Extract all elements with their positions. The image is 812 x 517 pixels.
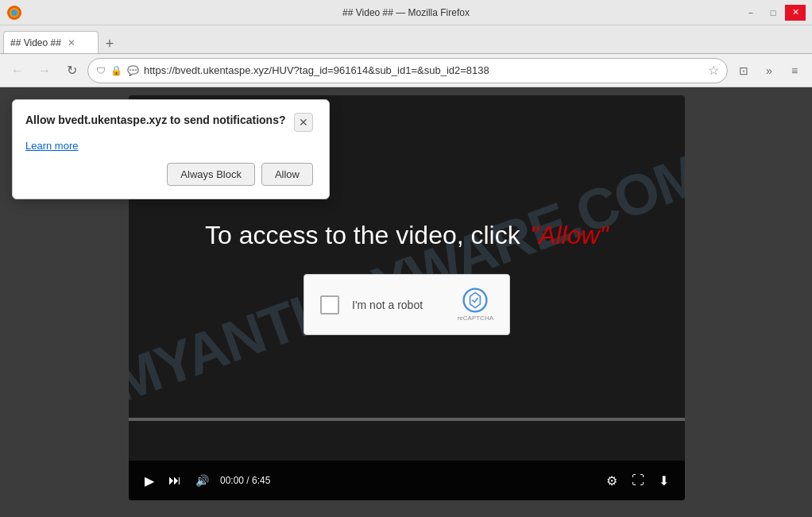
maximize-button[interactable]: □	[763, 5, 783, 21]
tab-title: ## Video ##	[10, 37, 61, 48]
skip-icon: ⏭	[168, 473, 181, 488]
content-area: MYANTISPYWARE.COM ↖ To access to the vid…	[0, 87, 812, 517]
popup-header: Allow bvedt.ukentaspe.xyz to send notifi…	[25, 113, 313, 132]
video-main-text: To access to the video, click	[205, 221, 520, 250]
popup-title: Allow bvedt.ukentaspe.xyz to send notifi…	[25, 113, 286, 129]
back-button[interactable]: ←	[6, 60, 29, 82]
chat-icon: 💬	[127, 65, 139, 76]
popup-buttons: Always Block Allow	[25, 163, 313, 186]
svg-point-2	[11, 10, 17, 16]
window-controls: − □ ✕	[740, 5, 806, 21]
allow-button[interactable]: Allow	[261, 163, 313, 186]
extensions-button[interactable]: »	[758, 60, 780, 82]
captcha-box: I'm not a robot reCAPTCHA	[304, 274, 510, 335]
hamburger-icon: ≡	[791, 64, 798, 77]
reload-button[interactable]: ↻	[60, 60, 83, 82]
pocket-button[interactable]: ⊡	[733, 60, 755, 82]
download-button[interactable]: ⬇	[655, 470, 672, 492]
right-controls: ⚙ ⛶ ⬇	[603, 470, 672, 492]
skip-button[interactable]: ⏭	[165, 470, 184, 491]
play-button[interactable]: ▶	[141, 470, 157, 492]
captcha-label: I'm not a robot	[352, 299, 445, 311]
minimize-button[interactable]: −	[740, 5, 761, 21]
title-bar-left	[6, 5, 22, 21]
settings-icon: ⚙	[606, 473, 617, 488]
close-button[interactable]: ✕	[785, 5, 806, 21]
video-allow-text: "Allow"	[530, 221, 609, 250]
url-input[interactable]	[144, 64, 703, 76]
volume-button[interactable]: 🔊	[192, 471, 212, 490]
address-bar-container[interactable]: 🛡 🔒 💬 ☆	[87, 58, 728, 83]
firefox-logo-icon	[6, 5, 22, 21]
captcha-logo: reCAPTCHA	[458, 287, 493, 322]
shield-icon: 🛡	[96, 65, 106, 76]
fullscreen-icon: ⛶	[632, 473, 644, 488]
settings-button[interactable]: ⚙	[603, 470, 621, 492]
volume-icon: 🔊	[195, 474, 209, 487]
recaptcha-logo-icon	[462, 287, 488, 313]
video-progress-bar[interactable]	[129, 418, 685, 421]
recaptcha-label: reCAPTCHA	[458, 314, 493, 322]
active-tab[interactable]: ## Video ## ✕	[3, 31, 99, 53]
lock-icon: 🔒	[110, 65, 122, 76]
tab-close-button[interactable]: ✕	[66, 37, 77, 48]
new-tab-button[interactable]: +	[99, 34, 121, 53]
back-icon: ←	[11, 64, 24, 78]
fullscreen-button[interactable]: ⛶	[628, 470, 648, 491]
download-icon: ⬇	[659, 473, 669, 488]
learn-more-link[interactable]: Learn more	[25, 140, 78, 152]
extensions-icon: »	[766, 64, 772, 77]
captcha-checkbox[interactable]	[320, 295, 339, 314]
tab-bar: ## Video ## ✕ +	[0, 25, 812, 54]
bookmark-icon[interactable]: ☆	[708, 63, 719, 78]
menu-button[interactable]: ≡	[783, 60, 806, 82]
forward-icon: →	[38, 64, 51, 78]
window-title: ## Video ## — Mozilla Firefox	[342, 7, 470, 18]
forward-button[interactable]: →	[33, 60, 56, 82]
nav-bar: ← → ↻ 🛡 🔒 💬 ☆ ⊡ » ≡	[0, 54, 812, 87]
time-display: 00:00 / 6:45	[220, 475, 270, 486]
play-icon: ▶	[145, 473, 154, 488]
notification-popup: Allow bvedt.ukentaspe.xyz to send notifi…	[12, 99, 330, 199]
video-controls: ▶ ⏭ 🔊 00:00 / 6:45 ⚙ ⛶ ⬇	[129, 461, 685, 500]
pocket-icon: ⊡	[739, 64, 748, 77]
nav-extra-icons: ⊡ » ≡	[733, 60, 806, 82]
title-bar: ## Video ## — Mozilla Firefox − □ ✕	[0, 0, 812, 25]
reload-icon: ↻	[67, 63, 77, 78]
always-block-button[interactable]: Always Block	[167, 163, 255, 186]
popup-close-button[interactable]: ✕	[294, 113, 313, 132]
